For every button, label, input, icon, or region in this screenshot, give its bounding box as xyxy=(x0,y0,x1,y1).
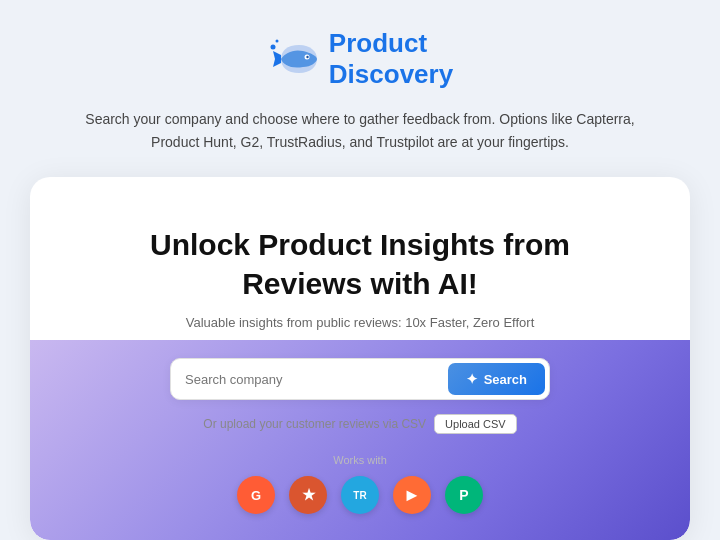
header: Product Discovery xyxy=(267,28,453,90)
search-input[interactable] xyxy=(185,372,448,387)
svg-point-0 xyxy=(270,45,275,50)
card-content: Unlock Product Insights from Reviews wit… xyxy=(90,225,630,514)
svg-point-1 xyxy=(275,40,278,43)
platform-icon-producthunt: ★ xyxy=(289,476,327,514)
svg-point-3 xyxy=(306,56,308,58)
platform-icon-capterra: G xyxy=(237,476,275,514)
subtitle-text: Search your company and choose where to … xyxy=(70,108,650,153)
sparkle-icon: ✦ xyxy=(466,371,478,387)
search-button-label: Search xyxy=(484,372,527,387)
upload-csv-button[interactable]: Upload CSV xyxy=(434,414,517,434)
upload-label: Or upload your customer reviews via CSV xyxy=(203,417,426,431)
platform-icon-g2: ► xyxy=(393,476,431,514)
search-box: ✦ Search xyxy=(170,358,550,400)
logo-title: Product Discovery xyxy=(329,28,453,90)
platform-icons-row: G ★ TR ► P xyxy=(237,476,483,514)
logo-icon xyxy=(267,37,319,81)
upload-row: Or upload your customer reviews via CSV … xyxy=(203,414,516,434)
works-with-label: Works with xyxy=(333,454,387,466)
platform-icon-trustradius: TR xyxy=(341,476,379,514)
card-description: Valuable insights from public reviews: 1… xyxy=(186,315,535,330)
platform-icon-trustpilot: P xyxy=(445,476,483,514)
main-card: Unlock Product Insights from Reviews wit… xyxy=(30,177,690,540)
search-button[interactable]: ✦ Search xyxy=(448,363,545,395)
card-title: Unlock Product Insights from Reviews wit… xyxy=(150,225,570,303)
